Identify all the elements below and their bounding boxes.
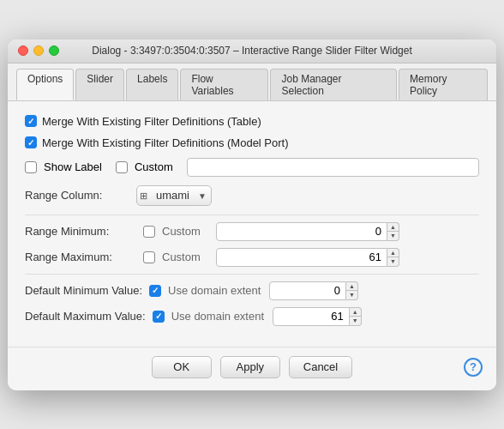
merge-model-checkbox[interactable] (25, 136, 37, 148)
default-min-label: Default Minimum Value: (25, 284, 142, 297)
merge-table-row: Merge With Existing Filter Definitions (… (25, 115, 479, 128)
range-minimum-row: Range Minimum: Custom ▲ ▼ (25, 222, 479, 241)
range-column-row: Range Column: ▐ umami ▼ (25, 185, 479, 206)
merge-table-checkbox[interactable] (25, 115, 37, 127)
merge-table-text: Merge With Existing Filter Definitions (… (42, 115, 261, 128)
tab-options[interactable]: Options (16, 69, 74, 100)
range-minimum-input[interactable] (216, 222, 387, 241)
dialog-window: Dialog - 3:3497:0:3504:0:3507 – Interact… (8, 39, 496, 390)
help-button[interactable]: ? (464, 358, 483, 377)
range-maximum-up[interactable]: ▲ (387, 249, 399, 258)
range-maximum-down[interactable]: ▼ (387, 257, 399, 266)
tab-labels[interactable]: Labels (126, 69, 178, 100)
range-minimum-custom-text: Custom (162, 225, 209, 238)
tab-flow-variables[interactable]: Flow Variables (180, 69, 268, 100)
tab-memory-policy[interactable]: Memory Policy (399, 69, 488, 100)
range-minimum-spinner: ▲ ▼ (216, 222, 399, 241)
default-max-arrows: ▲ ▼ (350, 307, 362, 326)
footer: OK Apply Cancel ? (8, 347, 496, 390)
custom-show-label-checkbox[interactable] (116, 161, 128, 173)
show-label-checkbox[interactable] (25, 161, 37, 173)
custom-show-label-text: Custom (135, 160, 173, 173)
minimize-button[interactable] (33, 45, 44, 56)
tab-job-manager[interactable]: Job Manager Selection (270, 69, 397, 100)
merge-model-label[interactable]: Merge With Existing Filter Definitions (… (25, 136, 289, 149)
default-max-spinner: ▲ ▼ (273, 307, 362, 326)
default-max-down[interactable]: ▼ (350, 317, 361, 325)
ok-button[interactable]: OK (152, 356, 212, 378)
range-minimum-arrows: ▲ ▼ (387, 222, 399, 241)
default-min-spinner: ▲ ▼ (269, 281, 358, 300)
default-min-domain-checkbox[interactable] (149, 285, 161, 297)
separator-1 (25, 214, 479, 215)
default-max-label: Default Maximum Value: (25, 310, 146, 323)
traffic-lights (18, 45, 59, 56)
range-maximum-custom-text: Custom (162, 251, 209, 263)
range-column-label: Range Column: (25, 189, 136, 202)
range-maximum-label: Range Maximum: (25, 251, 136, 263)
merge-table-label[interactable]: Merge With Existing Filter Definitions (… (25, 115, 261, 128)
title-bar: Dialog - 3:3497:0:3504:0:3507 – Interact… (8, 39, 496, 63)
separator-2 (25, 274, 479, 275)
tab-slider[interactable]: Slider (75, 69, 124, 100)
range-maximum-row: Range Maximum: Custom ▲ ▼ (25, 248, 479, 267)
range-minimum-down[interactable]: ▼ (387, 232, 399, 240)
default-min-up[interactable]: ▲ (346, 282, 357, 292)
maximize-button[interactable] (49, 45, 59, 56)
show-label-input[interactable] (187, 158, 479, 177)
options-content: Merge With Existing Filter Definitions (… (8, 101, 496, 347)
range-maximum-spinner: ▲ ▼ (216, 248, 399, 267)
tab-bar: Options Slider Labels Flow Variables Job… (8, 63, 496, 101)
window-title: Dialog - 3:3497:0:3504:0:3507 – Interact… (92, 45, 412, 57)
apply-button[interactable]: Apply (220, 356, 280, 378)
merge-model-text: Merge With Existing Filter Definitions (… (42, 136, 289, 149)
default-min-down[interactable]: ▼ (346, 291, 357, 299)
range-maximum-input[interactable] (216, 248, 387, 267)
default-max-row: Default Maximum Value: Use domain extent… (25, 307, 479, 326)
merge-model-row: Merge With Existing Filter Definitions (… (25, 136, 479, 149)
range-minimum-up[interactable]: ▲ (387, 223, 399, 233)
default-max-domain-checkbox[interactable] (153, 311, 165, 323)
range-maximum-custom-checkbox[interactable] (143, 251, 155, 263)
default-max-domain-text: Use domain extent (171, 310, 266, 323)
default-min-arrows: ▲ ▼ (346, 281, 358, 300)
cancel-button[interactable]: Cancel (289, 356, 352, 378)
range-maximum-arrows: ▲ ▼ (387, 248, 399, 267)
range-column-select[interactable]: umami (136, 185, 212, 206)
default-min-domain-text: Use domain extent (168, 284, 262, 297)
close-button[interactable] (18, 45, 28, 56)
show-label-text: Show Label (44, 160, 102, 173)
default-max-up[interactable]: ▲ (350, 308, 361, 317)
range-minimum-custom-checkbox[interactable] (143, 226, 155, 238)
default-min-input[interactable] (269, 281, 346, 300)
default-max-input[interactable] (273, 307, 350, 326)
range-minimum-label: Range Minimum: (25, 225, 136, 238)
range-column-select-wrapper: ▐ umami ▼ (136, 185, 212, 206)
default-min-row: Default Minimum Value: Use domain extent… (25, 281, 479, 300)
show-label-row: Show Label Custom (25, 158, 479, 177)
